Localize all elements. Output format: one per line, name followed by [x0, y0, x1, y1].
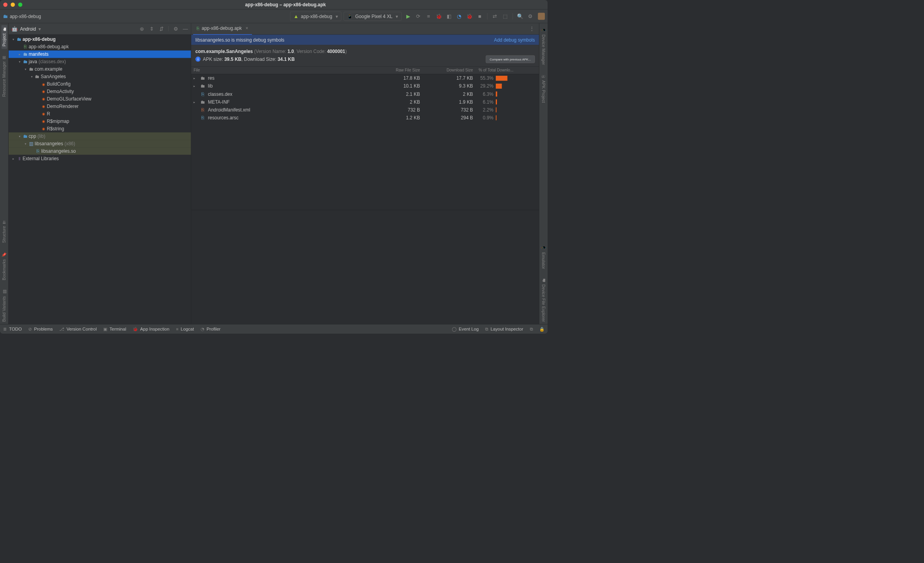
bookmark-icon: 🔖 — [2, 252, 7, 258]
coverage-icon[interactable]: ◧ — [446, 13, 452, 19]
status-terminal[interactable]: ▣Terminal — [103, 327, 126, 332]
status-event-log[interactable]: ◯Event Log — [452, 327, 479, 332]
file-table-body[interactable]: ▸🖿res17.8 KB17.7 KB55.3%▸🖿lib10.1 KB9.3 … — [191, 74, 539, 210]
tree-root[interactable]: ▾🖿app-x86-debug — [9, 36, 191, 43]
pct-bar — [496, 91, 497, 97]
run-config-combo[interactable]: ▲ app-x86-debug ▾ — [290, 12, 341, 21]
status-app-inspection[interactable]: 🐞App Inspection — [133, 327, 169, 332]
breadcrumb[interactable]: 🖿 app-x86-debug — [3, 13, 41, 19]
status-profiler[interactable]: ◔Profiler — [201, 327, 221, 332]
tree-item-lib[interactable]: ▾▥libsanangeles(x86) — [9, 140, 191, 147]
tree-item-manifests[interactable]: ▸🖿manifests — [9, 51, 191, 58]
device-combo[interactable]: 📱 Google Pixel 4 XL ▾ — [343, 12, 402, 21]
status-logcat[interactable]: ≡Logcat — [176, 327, 194, 332]
editor-tab[interactable]: ⎘ app-x86-debug.apk × — [193, 23, 252, 35]
raw-size: 2 KB — [373, 99, 424, 105]
tab-bookmarks[interactable]: Bookmarks🔖 — [1, 250, 7, 283]
select-opened-icon[interactable]: ⊕ — [139, 26, 144, 31]
apk-header: com.example.SanAngeles (Version Name: 1.… — [191, 45, 539, 66]
tree-item-so[interactable]: ⎘libsanangeles.so — [9, 147, 191, 155]
status-problems[interactable]: ⊘Problems — [28, 327, 53, 332]
col-raw[interactable]: Raw File Size — [373, 68, 424, 73]
run-icon[interactable]: ▶ — [405, 13, 411, 19]
tree-item-apk[interactable]: ⎘app-x86-debug.apk — [9, 43, 191, 51]
minimize-window-button[interactable] — [11, 3, 15, 7]
chevron-down-icon: ▾ — [396, 13, 398, 19]
status-layout-inspector[interactable]: ⧉Layout Inspector — [485, 327, 523, 332]
file-type-icon: 🖿 — [200, 83, 206, 89]
zoom-window-button[interactable] — [18, 3, 22, 7]
device-icon: 📱 — [541, 27, 546, 33]
lock-icon[interactable]: 🔒 — [539, 327, 544, 332]
pct-text: 6.3% — [478, 91, 493, 97]
expand-all-icon[interactable]: ⇕ — [149, 26, 154, 31]
status-bar: ≣TODO ⊘Problems ⎇Version Control ▣Termin… — [0, 324, 548, 334]
tab-resource-manager[interactable]: Resource Manager⊞ — [1, 53, 7, 99]
col-pct[interactable]: % of Total Downlo... — [477, 68, 539, 73]
close-tab-icon[interactable]: × — [246, 26, 248, 31]
add-debug-symbols-link[interactable]: Add debug symbols — [494, 37, 535, 43]
table-row[interactable]: ⎘AndroidManifest.xml732 B732 B2.2% — [191, 106, 539, 114]
tree-item-class[interactable]: ▾🖿SanAngeles — [9, 73, 191, 80]
expand-arrow-icon[interactable]: ▸ — [191, 84, 197, 88]
expand-arrow-icon[interactable]: ▸ — [191, 100, 197, 104]
table-row[interactable]: ▸🖿res17.8 KB17.7 KB55.3% — [191, 74, 539, 82]
file-name: res — [208, 75, 214, 81]
tree-item-external-libs[interactable]: ▸⫴External Libraries — [9, 155, 191, 162]
tree-item-file[interactable]: ◉BuildConfig — [9, 80, 191, 88]
resource-icon: ⊞ — [2, 55, 6, 60]
collapse-all-icon[interactable]: ⇵ — [159, 26, 164, 31]
debug-icon[interactable]: 🐞 — [436, 13, 442, 19]
apply-code-icon[interactable]: ≡ — [426, 13, 431, 19]
user-avatar[interactable] — [538, 13, 545, 20]
project-mode[interactable]: Android — [20, 26, 36, 32]
tree-item-file[interactable]: ◉R — [9, 110, 191, 117]
table-row[interactable]: ⎘classes.dex2.1 KB2 KB6.3% — [191, 90, 539, 98]
file-name: META-INF — [208, 99, 230, 105]
tree-item-cpp[interactable]: ▾🖿cpp(lib) — [9, 132, 191, 140]
logcat-icon: ≡ — [176, 327, 178, 331]
tree-item-file[interactable]: ◉R$string — [9, 125, 191, 132]
project-tree[interactable]: ▾🖿app-x86-debug ⎘app-x86-debug.apk ▸🖿man… — [9, 35, 191, 324]
tab-emulator[interactable]: 📱Emulator — [541, 243, 546, 271]
tab-device-manager[interactable]: 📱Device Manager — [541, 25, 546, 67]
search-icon[interactable]: 🔍 — [517, 13, 523, 19]
status-todo[interactable]: ≣TODO — [3, 327, 22, 332]
table-row[interactable]: ⎘resources.arsc1.2 KB294 B0.9% — [191, 114, 539, 122]
tab-build-variants[interactable]: Build Variants▤ — [1, 287, 7, 324]
apply-changes-icon[interactable]: ⟳ — [416, 13, 421, 19]
avd-manager-icon[interactable]: ⬚ — [502, 13, 508, 19]
attach-debugger-icon[interactable]: 🐞 — [467, 13, 472, 19]
table-row[interactable]: ▸🖿lib10.1 KB9.3 KB29.2% — [191, 82, 539, 90]
profiler-icon[interactable]: ◔ — [457, 13, 462, 19]
build-icon: ▤ — [2, 289, 6, 294]
col-dl[interactable]: Download Size — [424, 68, 477, 73]
expand-arrow-icon[interactable]: ▸ — [191, 76, 197, 80]
close-window-button[interactable] — [3, 3, 7, 7]
tab-project[interactable]: Project🖿 — [1, 25, 7, 49]
tree-item-pkg[interactable]: ▾🖿com.example — [9, 66, 191, 73]
tree-item-java[interactable]: ▾🖿java(classes.dex) — [9, 58, 191, 66]
project-panel-header: 🤖 Android ▾ ⊕ ⇕ ⇵ ⚙ — — [9, 23, 191, 35]
col-file[interactable]: File — [191, 68, 373, 73]
gear-icon[interactable]: ⚙ — [173, 26, 178, 31]
compare-apk-button[interactable]: Compare with previous APK... — [486, 55, 535, 63]
status-vcs[interactable]: ⎇Version Control — [59, 327, 97, 332]
file-type-icon: 🖿 — [200, 99, 206, 105]
tab-structure[interactable]: Structure⇊ — [1, 218, 7, 245]
table-row[interactable]: ▸🖿META-INF2 KB1.9 KB6.1% — [191, 98, 539, 106]
chevron-down-icon[interactable]: ▾ — [38, 26, 41, 31]
layout-panel-icon[interactable]: ⧉ — [530, 327, 533, 331]
tree-item-file[interactable]: ◉DemoGLSurfaceView — [9, 95, 191, 102]
settings-icon[interactable]: ⚙ — [528, 13, 533, 19]
tab-device-file-explorer[interactable]: 🖿Device File Explorer — [541, 276, 546, 324]
tree-item-file[interactable]: ◉DemoRenderer — [9, 102, 191, 110]
sync-icon[interactable]: ⇄ — [492, 13, 498, 19]
tree-item-file[interactable]: ◉DemoActivity — [9, 88, 191, 95]
tab-apk-project[interactable]: ⎘APK Project — [541, 72, 546, 105]
hide-panel-icon[interactable]: — — [183, 26, 188, 31]
tab-more-icon[interactable]: ⋮ — [527, 26, 537, 32]
window-title: app-x86-debug – app-x86-debug.apk — [27, 2, 544, 7]
stop-icon[interactable]: ■ — [477, 13, 482, 19]
tree-item-file[interactable]: ◉R$mipmap — [9, 117, 191, 125]
